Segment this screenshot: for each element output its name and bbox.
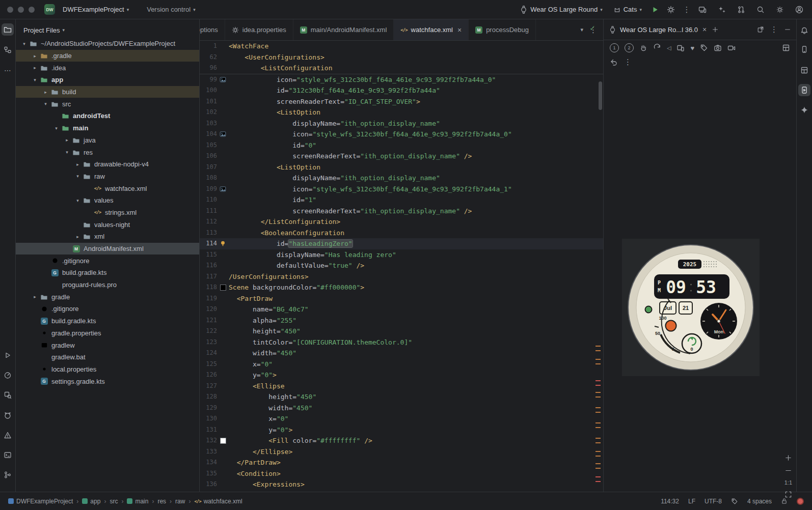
settings-icon[interactable] (774, 4, 786, 15)
code-editor[interactable]: 1<WatchFace62 <UserConfigurations>96 <Li… (200, 41, 603, 492)
tree-item[interactable]: ▸.gradle (16, 50, 199, 62)
tree-item[interactable]: Gsettings.gradle.kts (16, 375, 199, 387)
traffic-light-close[interactable] (7, 7, 13, 13)
device-tab[interactable]: Wear OS Large Ro...l 36.0 × (609, 25, 707, 34)
tree-item[interactable]: proguard-rules.pro (16, 279, 199, 291)
breadcrumb-item[interactable]: main (127, 498, 148, 505)
code-line[interactable]: 132 <Fill color="#ffffffff" /> (200, 435, 603, 446)
problems-icon[interactable] (2, 429, 14, 441)
code-line[interactable]: 115 displayName="Has leading zero" (200, 249, 603, 261)
code-line[interactable]: 107 <ListOption (200, 162, 603, 173)
error-stripe-mark[interactable] (596, 392, 601, 398)
tree-item[interactable]: ▸xml (16, 231, 199, 243)
code-line[interactable]: 110 id="1" (200, 194, 603, 206)
code-line[interactable]: 96 <ListConfiguration (200, 63, 603, 74)
tag-icon[interactable] (700, 44, 708, 52)
code-line[interactable]: 105 id="0" (200, 140, 603, 151)
tree-item[interactable]: gradlew.bat (16, 351, 199, 363)
tree-item[interactable]: androidTest (16, 110, 199, 122)
app-inspection-icon[interactable] (2, 389, 14, 401)
close-tab-icon[interactable]: × (457, 26, 462, 34)
code-line[interactable]: 133 </Ellipse> (200, 446, 603, 458)
button-2-icon[interactable]: 2 (625, 43, 634, 52)
inspections-ok-icon[interactable]: ✓ (589, 24, 596, 32)
editor-scrollbar[interactable] (599, 81, 602, 110)
code-line[interactable]: 99 icon="style_wfs_312c30bf_f64a_461e_9c… (200, 74, 603, 86)
more-actions-icon[interactable]: ⋮ (681, 4, 692, 15)
code-line[interactable]: 62 <UserConfigurations> (200, 52, 603, 63)
editor-tab[interactable]: idea.properties (225, 19, 293, 40)
close-device-tab-icon[interactable]: × (702, 25, 707, 34)
heart-icon[interactable]: ♥ (690, 44, 694, 52)
image-preview-icon[interactable] (217, 184, 229, 195)
error-stripe-mark[interactable] (596, 438, 601, 443)
error-stripe-mark[interactable] (596, 476, 601, 482)
hidden-tabs-icon[interactable]: ▾ (580, 26, 583, 33)
zoom-out-button[interactable] (784, 467, 792, 474)
tree-item[interactable]: values-night (16, 218, 199, 231)
editor-tab[interactable]: MprocessDebug (469, 19, 536, 40)
layout-inspector-icon[interactable] (798, 64, 810, 76)
version-control-menu[interactable]: Version control▾ (144, 4, 199, 15)
screenshot-icon[interactable] (714, 44, 722, 52)
code-line[interactable]: 118Scene backgroundColor="#ff000000"> (200, 282, 603, 293)
intention-bulb-icon[interactable] (217, 238, 229, 249)
open-in-window-icon[interactable] (757, 26, 764, 33)
breadcrumb-item[interactable]: raw (175, 498, 185, 505)
tree-item[interactable]: .gitignore (16, 303, 199, 315)
device-mirror-icon[interactable] (697, 4, 708, 15)
code-line[interactable]: 102 <ListOption (200, 107, 603, 118)
error-stripe-mark[interactable] (596, 346, 601, 351)
tree-item[interactable]: </>watchface.xml (16, 182, 199, 194)
zoom-in-button[interactable] (784, 454, 792, 462)
code-line[interactable]: 130 x="0" (200, 413, 603, 424)
run-icon[interactable] (2, 349, 14, 361)
tree-item[interactable]: ▸.idea (16, 62, 199, 74)
code-line[interactable]: 134 </PartDraw> (200, 457, 603, 468)
tree-item[interactable]: ▾raw (16, 171, 199, 183)
tilt-icon[interactable] (653, 44, 661, 52)
tree-item[interactable]: gradle.properties (16, 327, 199, 339)
search-icon[interactable] (755, 4, 766, 15)
code-line[interactable]: 111 screenReaderText="ith_option_display… (200, 206, 603, 217)
dpad-icon[interactable]: ◁ (667, 45, 671, 51)
tree-item[interactable]: ▾values (16, 194, 199, 207)
project-selector[interactable]: DWFExampleProject▾ (60, 4, 132, 15)
button-1-icon[interactable]: 1 (610, 43, 619, 52)
layout-icon[interactable] (782, 44, 790, 52)
tree-item[interactable]: ▸gradle (16, 291, 199, 303)
lock-icon[interactable] (781, 498, 788, 504)
gemini-icon[interactable] (798, 104, 810, 116)
pair-device-icon[interactable] (676, 44, 685, 52)
tree-item[interactable]: Gbuild.gradle.kts (16, 267, 199, 279)
code-line[interactable]: 114 id="hasLeadingZero" (200, 238, 603, 249)
code-line[interactable]: 117/UserConfigurations> (200, 271, 603, 282)
tree-item[interactable]: ▾main (16, 122, 199, 134)
run-button[interactable] (649, 4, 661, 15)
error-stripe-mark[interactable] (596, 407, 601, 413)
profiler-icon[interactable] (2, 369, 14, 381)
code-line[interactable]: 109 icon="style_wfs_312c30bf_f64a_461e_9… (200, 184, 603, 195)
code-line[interactable]: 113 <BooleanConfiguration (200, 228, 603, 239)
project-view-selector[interactable]: Project Files ▾ (16, 22, 199, 38)
terminal-icon[interactable] (2, 449, 14, 461)
tree-item[interactable]: ▸drawable-nodpi-v4 (16, 158, 199, 171)
code-line[interactable]: 104 icon="style_wfs_312c30bf_f64a_461e_9… (200, 129, 603, 140)
tree-item[interactable]: ▸build (16, 86, 199, 98)
palm-icon[interactable] (639, 44, 647, 52)
overflow-icon[interactable]: ⋮ (624, 58, 632, 67)
emulator-display-area[interactable]: 2025 P M 09 53 (622, 239, 760, 376)
code-line[interactable]: 123 tintColor="[CONFIGURATION.themeColor… (200, 337, 603, 348)
code-line[interactable]: 125 x="0" (200, 359, 603, 370)
tree-item[interactable]: Gbuild.gradle.kts (16, 315, 199, 327)
tree-item[interactable]: </>strings.xml (16, 207, 199, 219)
code-line[interactable]: 103 displayName="ith_option_display_name… (200, 118, 603, 129)
color-swatch-icon[interactable] (217, 282, 229, 293)
tree-item[interactable]: ▾res (16, 146, 199, 158)
error-stripe-mark[interactable] (596, 463, 601, 469)
code-line[interactable]: 112 </ListConfiguration> (200, 216, 603, 228)
profile-avatar[interactable] (794, 4, 805, 15)
ai-assistant-icon[interactable] (716, 4, 727, 15)
code-line[interactable]: 127 <Ellipse (200, 381, 603, 392)
code-line[interactable]: 129 width="450" (200, 403, 603, 414)
